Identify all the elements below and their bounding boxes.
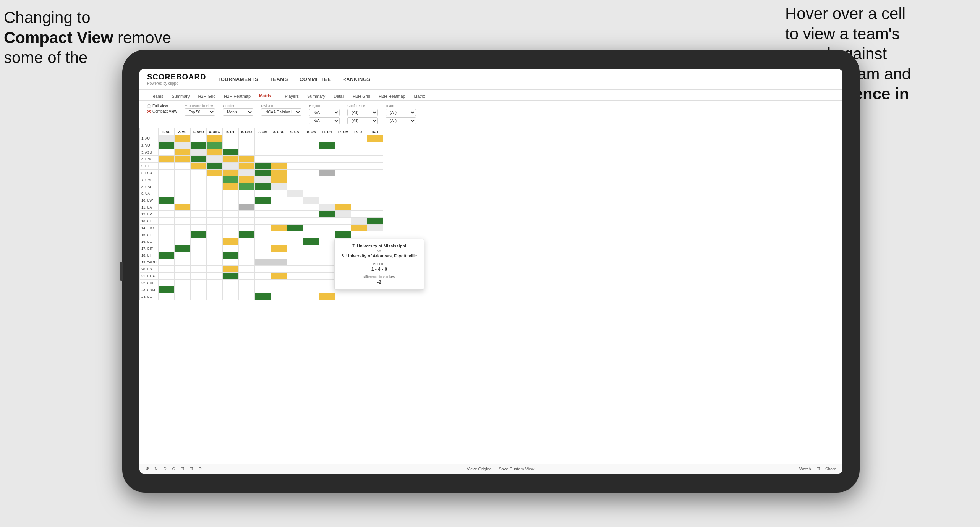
cell[interactable] — [303, 273, 319, 280]
cell[interactable] — [206, 231, 222, 238]
cell[interactable] — [190, 163, 206, 170]
cell[interactable] — [287, 190, 303, 197]
cell[interactable] — [287, 252, 303, 259]
cell[interactable] — [190, 204, 206, 211]
cell[interactable] — [351, 183, 367, 190]
cell[interactable] — [271, 286, 287, 293]
save-custom-button[interactable]: Save Custom View — [499, 467, 534, 471]
cell[interactable] — [222, 245, 238, 252]
watch-button[interactable]: Watch — [799, 467, 811, 471]
cell[interactable] — [206, 197, 222, 204]
tab-teams[interactable]: Teams — [147, 92, 167, 100]
cell[interactable] — [238, 170, 254, 176]
cell[interactable] — [222, 156, 238, 163]
cell[interactable] — [351, 218, 367, 225]
cell[interactable] — [254, 218, 271, 225]
cell[interactable] — [319, 293, 335, 300]
cell[interactable] — [254, 176, 271, 183]
cell[interactable] — [238, 142, 254, 149]
cell[interactable] — [222, 273, 238, 280]
cell[interactable] — [335, 183, 351, 190]
cell[interactable] — [254, 245, 271, 252]
cell[interactable] — [319, 286, 335, 293]
cell[interactable] — [303, 238, 319, 245]
cell[interactable] — [174, 163, 190, 170]
cell[interactable] — [319, 135, 335, 142]
cell[interactable] — [303, 225, 319, 231]
region-select1[interactable]: N/A — [309, 109, 340, 116]
cell[interactable] — [238, 211, 254, 218]
tab-matrix2[interactable]: Matrix — [410, 92, 429, 100]
cell[interactable] — [335, 231, 351, 238]
cell[interactable] — [319, 176, 335, 183]
toolbar-icon-5[interactable]: ⊙ — [198, 466, 202, 471]
cell[interactable] — [206, 280, 222, 286]
cell[interactable] — [238, 252, 254, 259]
cell[interactable] — [271, 293, 287, 300]
cell[interactable] — [367, 142, 383, 149]
cell[interactable] — [190, 135, 206, 142]
cell[interactable] — [254, 135, 271, 142]
conference-select1[interactable]: (All) — [347, 109, 378, 116]
cell[interactable] — [319, 197, 335, 204]
cell[interactable] — [351, 135, 367, 142]
cell[interactable] — [222, 238, 238, 245]
share-button[interactable]: Share — [825, 467, 836, 471]
cell[interactable] — [287, 197, 303, 204]
cell[interactable] — [303, 163, 319, 170]
cell[interactable] — [206, 293, 222, 300]
cell[interactable] — [158, 238, 174, 245]
cell[interactable] — [271, 176, 287, 183]
cell[interactable] — [174, 156, 190, 163]
cell[interactable] — [271, 218, 287, 225]
tab-players[interactable]: Players — [281, 92, 303, 100]
cell[interactable] — [319, 183, 335, 190]
cell[interactable] — [238, 176, 254, 183]
cell[interactable] — [190, 176, 206, 183]
cell[interactable] — [254, 142, 271, 149]
region-select2[interactable]: N/A — [309, 117, 340, 124]
cell[interactable] — [222, 252, 238, 259]
cell[interactable] — [190, 252, 206, 259]
cell[interactable] — [319, 245, 335, 252]
cell[interactable] — [351, 190, 367, 197]
cell[interactable] — [206, 204, 222, 211]
cell[interactable] — [190, 211, 206, 218]
cell[interactable] — [254, 231, 271, 238]
cell[interactable] — [174, 280, 190, 286]
cell[interactable] — [335, 293, 351, 300]
cell[interactable] — [254, 156, 271, 163]
cell[interactable] — [367, 211, 383, 218]
cell[interactable] — [158, 142, 174, 149]
cell[interactable] — [367, 204, 383, 211]
cell[interactable] — [271, 280, 287, 286]
cell[interactable] — [238, 197, 254, 204]
cell[interactable] — [367, 176, 383, 183]
cell[interactable] — [367, 170, 383, 176]
cell[interactable] — [254, 280, 271, 286]
cell[interactable] — [303, 252, 319, 259]
cell[interactable] — [158, 225, 174, 231]
cell[interactable] — [287, 286, 303, 293]
cell[interactable] — [206, 218, 222, 225]
cell[interactable] — [367, 218, 383, 225]
toolbar-icon-4[interactable]: ⊞ — [190, 466, 193, 471]
cell[interactable] — [319, 231, 335, 238]
cell[interactable] — [287, 156, 303, 163]
cell[interactable] — [367, 231, 383, 238]
cell[interactable] — [158, 218, 174, 225]
cell[interactable] — [303, 259, 319, 266]
radio-full-view[interactable]: Full View — [147, 104, 177, 108]
cell[interactable] — [190, 293, 206, 300]
cell[interactable] — [271, 149, 287, 156]
cell[interactable] — [206, 149, 222, 156]
cell[interactable] — [351, 197, 367, 204]
cell[interactable] — [351, 225, 367, 231]
cell[interactable] — [367, 197, 383, 204]
cell[interactable] — [158, 231, 174, 238]
cell[interactable] — [319, 163, 335, 170]
cell[interactable] — [174, 176, 190, 183]
cell[interactable] — [351, 170, 367, 176]
cell[interactable] — [351, 163, 367, 170]
cell[interactable] — [158, 183, 174, 190]
